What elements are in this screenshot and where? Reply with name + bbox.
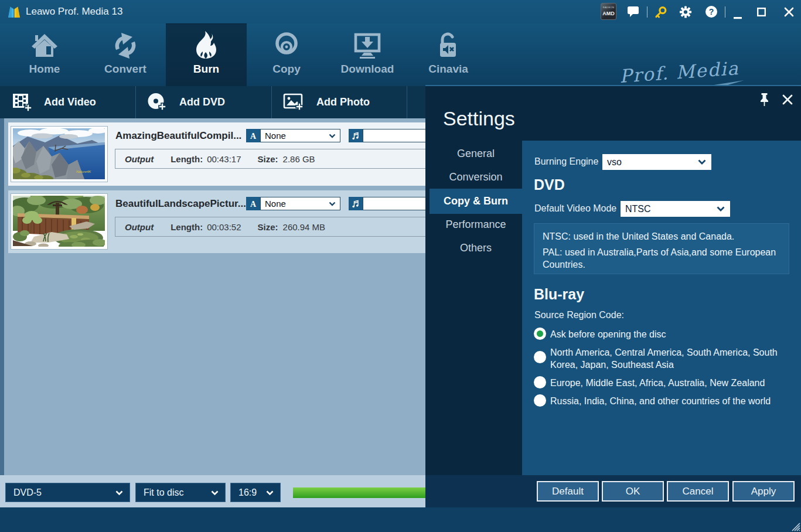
subtitle-select[interactable]: None — [260, 197, 340, 210]
ok-button[interactable]: OK — [602, 481, 664, 502]
pin-icon — [759, 93, 770, 107]
audio-icon — [349, 129, 363, 142]
titlebar-separator — [725, 6, 725, 18]
burning-engine-select[interactable]: vso — [602, 154, 711, 170]
radio-region-b[interactable] — [534, 376, 546, 388]
maximize-button[interactable] — [755, 0, 768, 23]
radio-label: Russia, India, China, and other countrie… — [550, 395, 771, 407]
tab-conversion[interactable]: Conversion — [430, 165, 522, 189]
radio-label: Ask before opening the disc — [550, 328, 666, 340]
window-title: Leawo Prof. Media 13 — [26, 0, 122, 23]
copy-disc-icon — [272, 32, 301, 60]
tab-performance[interactable]: Performance — [430, 213, 522, 236]
svg-text:A: A — [250, 200, 257, 208]
radio-region-c[interactable] — [534, 394, 546, 407]
region-code-label: Source Region Code: — [534, 310, 624, 320]
radio-label: North America, Central America, South Am… — [550, 346, 785, 371]
brand-script-text: Prof. Media — [619, 57, 740, 87]
resize-grip[interactable] — [792, 523, 800, 531]
radio-label: Europe, Middle East, Africa, Australia, … — [550, 377, 765, 389]
video-title: BeautifulLandscapePictur... — [115, 198, 246, 210]
pin-button[interactable] — [758, 92, 771, 107]
chevron-down-icon — [329, 202, 336, 206]
subtitle-icon: A — [246, 129, 260, 142]
disc-capacity-bar — [293, 487, 425, 498]
default-button[interactable]: Default — [537, 481, 599, 502]
feedback-button[interactable] — [626, 0, 639, 23]
tab-others[interactable]: Others — [430, 236, 522, 260]
chevron-down-icon — [266, 490, 274, 496]
close-icon — [784, 7, 794, 17]
main-nav: Home Convert Burn — [0, 23, 801, 86]
maximize-icon — [757, 8, 766, 16]
burn-flame-icon — [190, 30, 222, 62]
settings-button-bar: Default OK Cancel Apply — [425, 475, 801, 507]
minimize-icon — [734, 4, 742, 19]
register-button[interactable] — [655, 0, 667, 23]
add-photo-button[interactable]: Add Photo — [271, 86, 407, 118]
panel-top-border — [425, 85, 801, 86]
subtitle-select[interactable]: None — [260, 129, 340, 142]
nav-item-convert[interactable]: Convert — [85, 23, 166, 86]
nav-item-burn[interactable]: Burn — [166, 23, 247, 86]
toolbar-separator — [407, 86, 407, 118]
nav-item-copy[interactable]: Copy — [246, 23, 327, 86]
minimize-button[interactable] — [731, 0, 744, 23]
video-title: AmazingBeautifulCompil... — [115, 130, 241, 142]
list-left-edge — [0, 118, 4, 475]
radio-ask-before-opening[interactable] — [534, 328, 546, 340]
burning-engine-label: Burning Engine — [534, 156, 598, 167]
tab-general[interactable]: General — [430, 142, 522, 165]
add-video-icon — [12, 93, 33, 112]
disc-type-select[interactable]: DVD-5 — [5, 483, 130, 502]
status-strip — [0, 507, 801, 532]
settings-button[interactable] — [679, 0, 692, 23]
apply-button[interactable]: Apply — [732, 481, 795, 502]
chevron-down-icon — [698, 159, 706, 165]
radio-dot — [537, 330, 543, 337]
add-photo-icon — [283, 93, 305, 112]
video-mode-label: Default Video Mode — [534, 203, 616, 214]
dvd-heading: DVD — [534, 176, 565, 193]
nav-item-download[interactable]: Download — [327, 23, 408, 86]
bluray-heading: Blu-ray — [534, 286, 584, 303]
add-dvd-button[interactable]: Add DVD — [135, 86, 271, 118]
fit-mode-select[interactable]: Fit to disc — [135, 483, 226, 502]
video-thumbnail-2 — [11, 193, 108, 250]
chevron-down-icon — [329, 134, 336, 138]
video-mode-select[interactable]: NTSC — [621, 201, 730, 217]
tab-copy-burn[interactable]: Copy & Burn — [430, 189, 522, 214]
settings-panel: Settings General Conversion Copy & Burn … — [425, 85, 801, 507]
add-video-button[interactable]: Add Video — [0, 86, 135, 118]
home-icon — [30, 32, 59, 59]
titlebar: Leawo Prof. Media 13 RADEON AMD — [0, 0, 801, 23]
help-button[interactable]: ? — [705, 0, 718, 23]
app-logo-icon — [8, 5, 21, 18]
cancel-button[interactable]: Cancel — [667, 481, 729, 502]
subtitle-icon: A — [246, 197, 260, 210]
titlebar-separator — [647, 6, 647, 18]
add-dvd-icon — [147, 93, 168, 112]
garden-thumbnail — [13, 196, 105, 247]
convert-icon — [111, 32, 139, 60]
close-button[interactable] — [782, 0, 796, 23]
download-icon — [353, 32, 382, 59]
svg-text:A: A — [250, 132, 257, 140]
aspect-ratio-select[interactable]: 16:9 — [230, 483, 281, 502]
svg-text:?: ? — [709, 7, 714, 16]
nav-item-cinavia[interactable]: Cinavia — [408, 23, 489, 86]
audio-icon — [349, 197, 363, 210]
app-window: Leawo Prof. Media 13 RADEON AMD — [0, 0, 801, 532]
settings-title: Settings — [443, 107, 515, 130]
help-icon: ? — [705, 5, 718, 18]
nav-item-home[interactable]: Home — [4, 23, 85, 86]
cinavia-lock-icon — [434, 32, 462, 60]
video-mode-info: NTSC: used in the United States and Cana… — [534, 223, 789, 274]
chevron-down-icon — [115, 490, 123, 496]
svg-text:Nature4K: Nature4K — [76, 170, 91, 173]
radio-region-a[interactable] — [534, 351, 546, 363]
panel-close-button[interactable] — [781, 92, 794, 107]
amd-radeon-badge: RADEON AMD — [601, 3, 616, 20]
key-icon — [655, 5, 667, 19]
chat-bubble-icon — [627, 6, 639, 18]
